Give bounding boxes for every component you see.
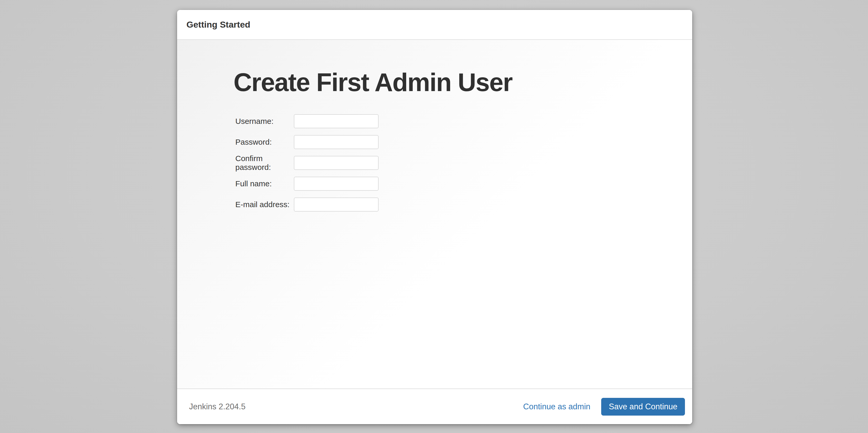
email-label: E-mail address:	[235, 200, 294, 209]
password-input[interactable]	[294, 135, 379, 149]
admin-user-form: Username: Password: Confirm password: Fu…	[235, 114, 379, 218]
jenkins-version-label: Jenkins 2.204.5	[189, 402, 246, 411]
confirm-password-input[interactable]	[294, 156, 379, 170]
form-row-full-name: Full name:	[235, 177, 379, 191]
getting-started-dialog: Getting Started Create First Admin User …	[177, 10, 692, 424]
full-name-label: Full name:	[235, 179, 294, 188]
form-row-email: E-mail address:	[235, 198, 379, 211]
page-title: Create First Admin User	[177, 40, 692, 96]
username-input[interactable]	[294, 114, 379, 128]
form-row-username: Username:	[235, 114, 379, 128]
password-label: Password:	[235, 138, 294, 146]
username-label: Username:	[235, 117, 294, 126]
dialog-body: Create First Admin User Username: Passwo…	[177, 40, 692, 388]
confirm-password-label: Confirm password:	[235, 154, 294, 172]
dialog-footer: Jenkins 2.204.5 Continue as admin Save a…	[177, 388, 692, 424]
save-and-continue-button[interactable]: Save and Continue	[601, 398, 685, 415]
desktop-background: { "window": { "title": "Getting Started"…	[0, 0, 868, 433]
form-row-password: Password:	[235, 135, 379, 149]
form-row-confirm-password: Confirm password:	[235, 156, 379, 170]
dialog-title: Getting Started	[186, 20, 250, 30]
full-name-input[interactable]	[294, 177, 379, 191]
email-input[interactable]	[294, 198, 379, 211]
continue-as-admin-link[interactable]: Continue as admin	[523, 402, 591, 411]
dialog-header: Getting Started	[177, 10, 692, 40]
